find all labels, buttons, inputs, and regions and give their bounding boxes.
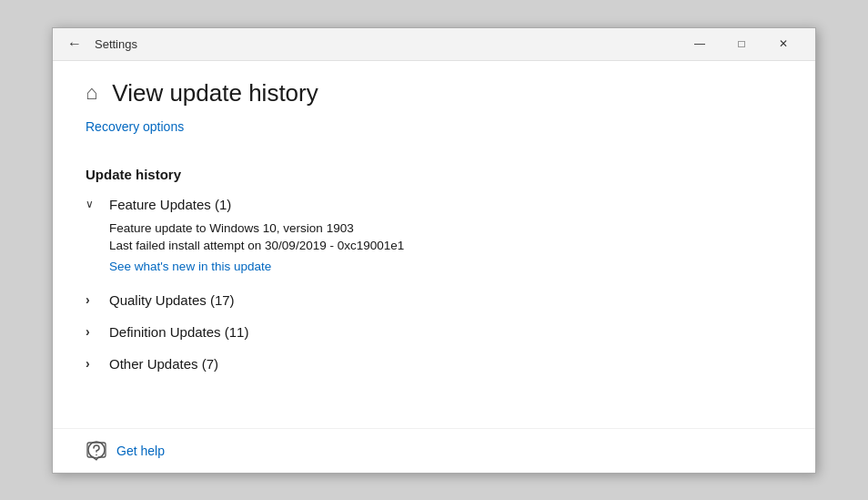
page-header: ⌂ View update history — [86, 79, 782, 107]
quality-updates-category: › Quality Updates (17) — [86, 287, 782, 313]
recovery-options-link[interactable]: Recovery options — [86, 119, 184, 134]
page-title: View update history — [112, 79, 318, 107]
quality-updates-label: Quality Updates (17) — [109, 292, 235, 308]
definition-updates-category: › Definition Updates (11) — [86, 319, 782, 345]
other-updates-header[interactable]: › Other Updates (7) — [86, 351, 782, 377]
feature-updates-header[interactable]: ∨ Feature Updates (1) — [86, 191, 782, 218]
feature-update-link[interactable]: See what's new in this update — [109, 260, 271, 273]
definition-updates-label: Definition Updates (11) — [109, 324, 248, 340]
help-icon — [86, 440, 107, 462]
feature-updates-chevron: ∨ — [86, 198, 100, 210]
other-updates-label: Other Updates (7) — [109, 356, 218, 372]
feature-update-name: Feature update to Windows 10, version 19… — [109, 221, 782, 235]
title-bar: ← Settings — □ ✕ — [53, 28, 815, 61]
feature-updates-category: ∨ Feature Updates (1) Feature update to … — [86, 191, 782, 281]
quality-updates-header[interactable]: › Quality Updates (17) — [86, 287, 782, 313]
window-controls: — □ ✕ — [679, 27, 804, 60]
home-icon: ⌂ — [86, 81, 97, 105]
back-button[interactable]: ← — [64, 34, 86, 54]
close-button[interactable]: ✕ — [762, 27, 804, 60]
svg-point-1 — [96, 454, 97, 455]
other-updates-category: › Other Updates (7) — [86, 351, 782, 377]
definition-updates-header[interactable]: › Definition Updates (11) — [86, 319, 782, 345]
update-history-heading: Update history — [86, 167, 782, 182]
feature-update-status: Last failed install attempt on 30/09/201… — [109, 239, 782, 252]
window-title: Settings — [95, 37, 679, 51]
maximize-button[interactable]: □ — [721, 27, 762, 60]
minimize-button[interactable]: — — [679, 27, 721, 60]
main-content: ⌂ View update history Recovery options U… — [53, 61, 815, 428]
window-inner: ⌂ View update history Recovery options U… — [53, 61, 815, 473]
other-updates-chevron: › — [86, 356, 100, 371]
definition-updates-chevron: › — [86, 324, 100, 339]
quality-updates-chevron: › — [86, 292, 100, 307]
feature-updates-label: Feature Updates (1) — [109, 197, 231, 212]
get-help-link[interactable]: Get help — [116, 444, 165, 458]
feature-updates-content: Feature update to Windows 10, version 19… — [109, 218, 782, 281]
settings-window: ← Settings — □ ✕ ⌂ View update history R… — [52, 27, 816, 474]
footer: Get help — [53, 428, 815, 473]
